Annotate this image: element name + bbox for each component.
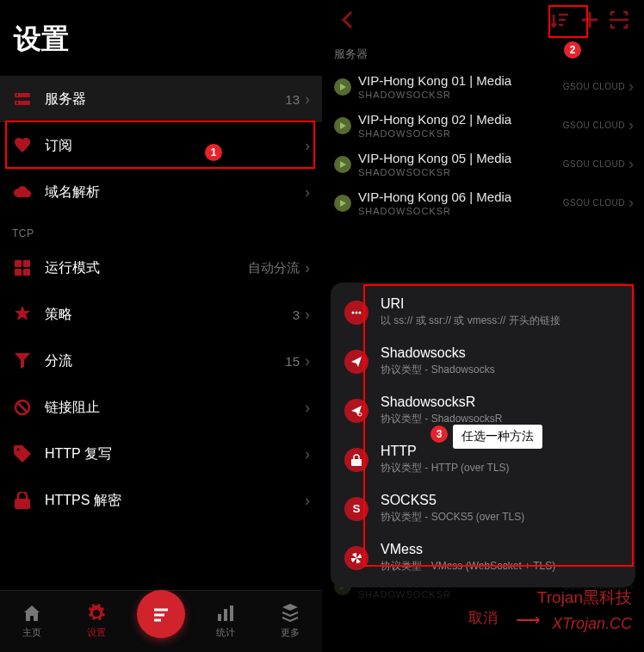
- row-servers[interactable]: 服务器 13 ›: [0, 76, 322, 122]
- servers-pane: 2 服务器 VIP-Hong Kong 01 | MediaSHADOWSOCK…: [322, 0, 644, 652]
- lock-icon: [12, 490, 33, 511]
- svg-point-10: [17, 449, 20, 451]
- cancel-button[interactable]: 取消: [468, 608, 498, 628]
- planeR-icon: [344, 399, 368, 423]
- svg-rect-15: [218, 614, 221, 621]
- row-dns[interactable]: 域名解析 ›: [0, 169, 322, 215]
- option-sub: 协议类型 - HTTP (over TLS): [381, 461, 622, 475]
- svg-rect-34: [351, 459, 362, 466]
- lock-icon: [344, 448, 368, 472]
- server-title: VIP-Hong Kong 05 | Media: [358, 151, 563, 165]
- server-sub: SHADOWSOCKSR: [358, 167, 563, 177]
- status-dot: [334, 117, 351, 134]
- server-provider: GSOU CLOUD: [563, 198, 625, 208]
- svg-marker-26: [340, 122, 346, 129]
- server-sub: SHADOWSOCKSR: [358, 90, 563, 100]
- svg-point-32: [359, 311, 362, 314]
- option-sub: 以 ss:// 或 ssr:// 或 vmess:// 开头的链接: [381, 314, 622, 328]
- row-label: HTTP 复写: [45, 445, 305, 463]
- row-block[interactable]: 链接阻止 ›: [0, 384, 322, 431]
- watermark-url: XTrojan.CC: [552, 615, 632, 633]
- row-http-rewrite[interactable]: HTTP 复写 ›: [0, 431, 322, 477]
- svg-point-2: [16, 95, 18, 96]
- chevron-right-icon: ›: [305, 183, 310, 202]
- row-label: 策略: [45, 306, 293, 324]
- chevron-right-icon: ›: [305, 137, 310, 155]
- option-sub: 协议类型 - VMess (WebSocket + TLS): [381, 559, 622, 574]
- status-dot: [334, 195, 351, 212]
- row-subscribe[interactable]: 订阅 ›: [0, 122, 322, 169]
- chevron-right-icon: ›: [305, 445, 310, 463]
- option-title: ShadowsocksR: [381, 394, 622, 410]
- row-value: 13: [285, 92, 300, 107]
- back-button[interactable]: [332, 5, 362, 34]
- chevron-right-icon: ›: [305, 306, 310, 324]
- tag-icon: [12, 444, 33, 464]
- svg-point-30: [352, 311, 355, 314]
- page-title: 设置: [0, 0, 322, 76]
- tab-bar: 主页 设置 统计 更多: [0, 590, 322, 652]
- chevron-right-icon: ›: [305, 399, 310, 417]
- sheet-option-uri[interactable]: URI以 ss:// 或 ssr:// 或 vmess:// 开头的链接: [331, 288, 635, 337]
- row-label: 订阅: [45, 137, 305, 155]
- row-filter[interactable]: 分流 15 ›: [0, 338, 322, 384]
- server-sub: SHADOWSOCKSR: [358, 128, 563, 139]
- sheet-option-shadowsocks[interactable]: Shadowsocks协议类型 - Shadowsocks: [331, 337, 635, 386]
- option-title: Shadowsocks: [381, 345, 622, 361]
- row-mode[interactable]: 运行模式 自动分流 ›: [0, 245, 322, 291]
- svg-marker-28: [340, 200, 346, 207]
- chevron-right-icon: ›: [629, 155, 634, 173]
- svg-point-3: [16, 102, 18, 104]
- annotation-tooltip: 任选一种方法: [453, 425, 542, 449]
- server-title: VIP-Hong Kong 06 | Media: [358, 189, 563, 204]
- plane-icon: [344, 350, 368, 374]
- svg-marker-27: [340, 161, 346, 168]
- svg-rect-17: [230, 605, 233, 621]
- tab-home[interactable]: 主页: [0, 591, 65, 652]
- row-label: 运行模式: [45, 259, 248, 277]
- server-sub: SHADOWSOCKSR: [358, 206, 563, 216]
- watermark-text: Trojan黑科技: [537, 587, 632, 609]
- row-policy[interactable]: 策略 3 ›: [0, 291, 322, 338]
- row-value: 15: [285, 354, 300, 369]
- server-title: VIP-Hong Kong 01 | Media: [358, 73, 563, 88]
- chevron-right-icon: ›: [305, 259, 310, 277]
- tab-center[interactable]: [129, 591, 194, 652]
- row-https-decrypt[interactable]: HTTPS 解密 ›: [0, 477, 322, 524]
- server-title: VIP-Hong Kong 02 | Media: [358, 112, 563, 127]
- row-label: 域名解析: [45, 183, 305, 202]
- server-row[interactable]: VIP-Hong Kong 05 | MediaSHADOWSOCKSRGSOU…: [322, 145, 644, 183]
- svg-rect-6: [15, 269, 22, 276]
- svg-marker-25: [340, 84, 346, 90]
- server-row[interactable]: VIP-Hong Kong 02 | MediaSHADOWSOCKSRGSOU…: [322, 106, 644, 145]
- dots-icon: [344, 301, 368, 325]
- top-bar: [322, 0, 644, 40]
- scan-button[interactable]: [604, 5, 634, 34]
- heart-icon: [12, 135, 33, 156]
- tab-label: 设置: [87, 626, 106, 639]
- svg-rect-11: [15, 499, 30, 509]
- status-dot: [334, 78, 351, 96]
- sheet-option-socks5[interactable]: SSOCKS5协议类型 - SOCKS5 (over TLS): [331, 484, 635, 533]
- status-dot: [334, 156, 351, 173]
- server-row[interactable]: VIP-Hong Kong 06 | MediaSHADOWSOCKSRGSOU…: [322, 183, 644, 222]
- sort-button[interactable]: [546, 5, 575, 34]
- servers-header: 服务器: [322, 40, 644, 67]
- server-provider: GSOU CLOUD: [563, 121, 625, 130]
- grid-icon: [12, 258, 33, 278]
- svg-point-33: [358, 413, 362, 416]
- tab-label: 统计: [216, 626, 235, 639]
- server-provider: GSOU CLOUD: [563, 82, 625, 91]
- sheet-option-vmess[interactable]: VMess协议类型 - VMess (WebSocket + TLS): [331, 533, 635, 582]
- row-label: 服务器: [45, 90, 285, 109]
- tab-stats[interactable]: 统计: [193, 591, 257, 652]
- tab-settings[interactable]: 设置: [65, 591, 129, 652]
- row-value: 3: [293, 307, 300, 322]
- star-icon: [12, 304, 33, 325]
- server-row[interactable]: VIP-Hong Kong 01 | MediaSHADOWSOCKSRGSOU…: [322, 67, 644, 106]
- svg-line-9: [17, 402, 28, 413]
- add-button[interactable]: [575, 5, 604, 34]
- tab-more[interactable]: 更多: [257, 591, 322, 652]
- fab-button[interactable]: [137, 590, 185, 638]
- chevron-right-icon: ›: [629, 78, 634, 96]
